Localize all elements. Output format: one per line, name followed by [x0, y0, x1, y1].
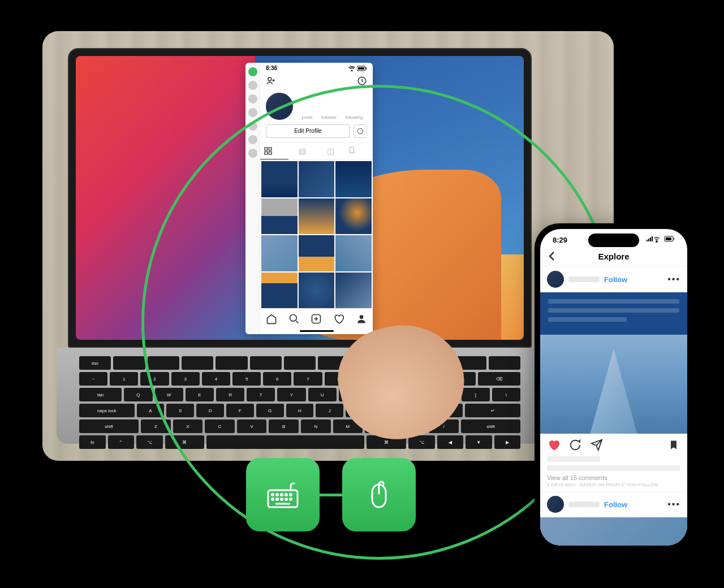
svg-point-21 — [286, 499, 287, 500]
keyboard-control-button[interactable] — [246, 458, 320, 531]
view-comments-link[interactable]: View all 15 comments — [547, 474, 680, 481]
next-follow-button[interactable]: Follow — [604, 500, 627, 509]
post-meta: View all 15 comments 2 DAYS AGO · BASED … — [540, 456, 687, 492]
svg-rect-30 — [666, 237, 671, 240]
follow-button[interactable]: Follow — [604, 275, 627, 284]
post-timestamp: 2 DAYS AGO · BASED ON PEOPLE YOU FOLLOW — [547, 482, 680, 487]
phone-header: Explore — [540, 247, 687, 266]
svg-rect-25 — [647, 240, 648, 241]
dynamic-island — [588, 234, 639, 247]
phone-status-icons — [647, 236, 675, 244]
svg-rect-31 — [674, 238, 674, 240]
svg-point-13 — [272, 494, 274, 496]
phone-screen: 8:29 Explore Follow ••• View all 15 comm… — [540, 229, 687, 546]
add-friend-icon[interactable] — [266, 76, 276, 86]
like-icon[interactable] — [547, 438, 561, 452]
svg-point-18 — [272, 499, 274, 500]
svg-rect-2 — [366, 67, 367, 70]
status-icons — [348, 66, 367, 71]
svg-point-19 — [277, 499, 278, 500]
post-actions — [540, 434, 687, 456]
control-connector — [320, 494, 342, 496]
bookmark-icon[interactable] — [667, 438, 680, 452]
control-buttons — [246, 458, 416, 531]
svg-point-3 — [268, 77, 272, 81]
status-time: 8:36 — [266, 65, 277, 71]
next-post-header: Follow ••• — [540, 492, 687, 516]
caption-placeholder — [547, 465, 680, 471]
next-post-image[interactable] — [540, 517, 687, 546]
svg-point-17 — [290, 494, 292, 496]
history-icon[interactable] — [357, 76, 367, 86]
svg-rect-28 — [652, 236, 653, 241]
svg-point-15 — [281, 494, 283, 496]
user-avatar[interactable] — [547, 271, 564, 288]
back-icon[interactable] — [548, 251, 559, 261]
likes-placeholder — [547, 456, 600, 462]
settings-icon[interactable] — [248, 108, 257, 117]
svg-point-16 — [286, 494, 287, 496]
svg-rect-26 — [648, 239, 649, 241]
share-icon[interactable] — [590, 438, 604, 452]
status-bar: 8:36 — [260, 63, 373, 74]
clipboard-icon[interactable] — [248, 94, 257, 103]
svg-point-20 — [281, 499, 283, 500]
comment-icon[interactable] — [568, 438, 582, 452]
phone-time: 8:29 — [553, 236, 567, 244]
next-user-avatar[interactable] — [547, 496, 564, 513]
profile-icon[interactable] — [248, 67, 257, 76]
next-username-placeholder[interactable] — [568, 501, 600, 507]
phone-device: 8:29 Explore Follow ••• View all 15 comm… — [535, 223, 693, 551]
add-user-icon[interactable] — [248, 81, 257, 90]
next-more-icon[interactable]: ••• — [667, 499, 680, 509]
post-image[interactable] — [540, 292, 687, 434]
svg-point-14 — [277, 494, 278, 496]
mouse-control-button[interactable] — [342, 458, 416, 531]
post-card: Follow ••• View all 15 comments 2 DAYS A… — [540, 266, 687, 546]
page-title: Explore — [559, 252, 668, 261]
svg-point-22 — [290, 499, 292, 500]
post-user-row: Follow ••• — [540, 266, 687, 292]
svg-rect-1 — [358, 67, 364, 70]
svg-rect-27 — [650, 237, 651, 241]
username-placeholder[interactable] — [568, 276, 600, 282]
more-icon[interactable]: ••• — [667, 274, 680, 284]
